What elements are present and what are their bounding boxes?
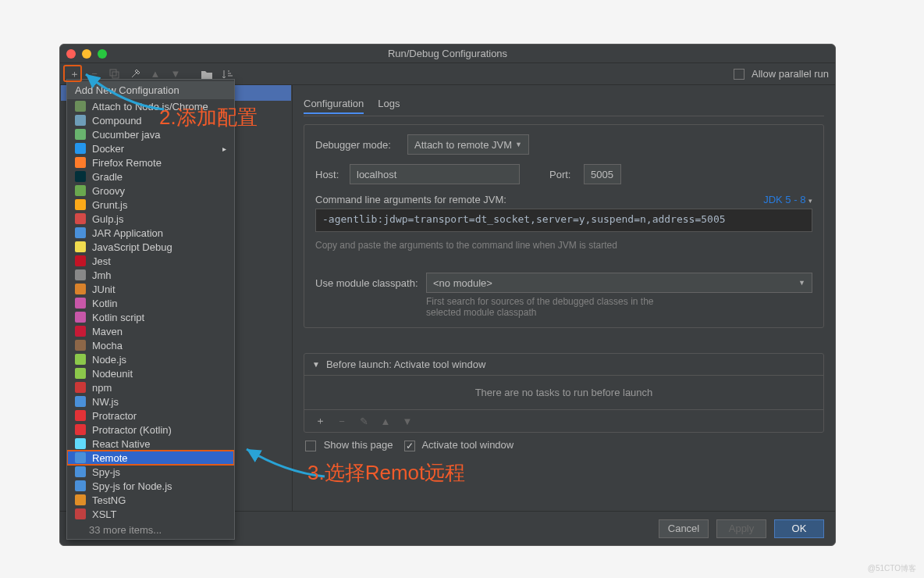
config-type-icon bbox=[75, 129, 86, 140]
popup-item-label: Protractor (Kotlin) bbox=[92, 424, 172, 436]
popup-title: Add New Configuration bbox=[67, 81, 234, 99]
args-textarea[interactable]: -agentlib:jdwp=transport=dt_socket,serve… bbox=[315, 209, 812, 232]
popup-item-label: React Native bbox=[92, 438, 150, 450]
popup-item-label: Attach to Node.js/Chrome bbox=[92, 101, 208, 112]
popup-item-gradle[interactable]: Gradle bbox=[67, 169, 234, 184]
popup-item-label: Spy-js bbox=[92, 466, 120, 478]
bl-remove-button[interactable]: − bbox=[334, 413, 350, 429]
popup-item-kotlin[interactable]: Kotlin bbox=[67, 296, 234, 310]
bl-edit-button[interactable]: ✎ bbox=[356, 413, 371, 429]
popup-list: Attach to Node.js/ChromeCompoundCucumber… bbox=[67, 99, 234, 521]
close-dot[interactable] bbox=[66, 49, 76, 59]
cancel-button[interactable]: Cancel bbox=[659, 519, 709, 538]
config-type-icon bbox=[75, 312, 86, 323]
activate-checkbox[interactable] bbox=[404, 441, 415, 451]
popup-more[interactable]: 33 more items... bbox=[67, 521, 234, 539]
tab-logs[interactable]: Logs bbox=[378, 95, 400, 114]
debugger-mode-label: Debugger mode: bbox=[315, 139, 400, 151]
popup-item-label: Kotlin script bbox=[92, 312, 144, 323]
popup-item-jmh[interactable]: Jmh bbox=[67, 268, 234, 282]
popup-item-gulp-js[interactable]: Gulp.js bbox=[67, 212, 234, 226]
popup-item-kotlin-script[interactable]: Kotlin script bbox=[67, 310, 234, 324]
config-type-icon bbox=[75, 227, 86, 238]
popup-item-grunt-js[interactable]: Grunt.js bbox=[67, 198, 234, 212]
config-type-icon bbox=[75, 396, 86, 407]
zoom-dot[interactable] bbox=[98, 49, 107, 59]
minimize-dot[interactable] bbox=[82, 49, 91, 59]
config-type-icon bbox=[75, 438, 86, 449]
config-type-icon bbox=[75, 171, 86, 182]
popup-item-testng[interactable]: TestNG bbox=[67, 493, 234, 507]
popup-item-javascript-debug[interactable]: JavaScript Debug bbox=[67, 240, 234, 254]
popup-item-cucumber-java[interactable]: Cucumber java bbox=[67, 127, 234, 141]
watermark: @51CTO博客 bbox=[868, 563, 916, 574]
bl-up-button[interactable]: ▲ bbox=[378, 413, 393, 429]
jdk-version-link[interactable]: JDK 5 - 8 ▾ bbox=[763, 194, 812, 205]
popup-item-label: Groovy bbox=[92, 185, 125, 197]
config-type-icon bbox=[75, 466, 86, 477]
collapse-icon[interactable]: ▼ bbox=[312, 360, 320, 369]
popup-item-spy-js-for-node-js[interactable]: Spy-js for Node.js bbox=[67, 479, 234, 493]
add-new-config-popup: Add New Configuration Attach to Node.js/… bbox=[66, 79, 235, 540]
popup-item-protractor-kotlin-[interactable]: Protractor (Kotlin) bbox=[67, 423, 234, 437]
popup-item-label: JavaScript Debug bbox=[92, 241, 172, 253]
apply-button[interactable]: Apply bbox=[716, 519, 766, 538]
bl-add-button[interactable]: ＋ bbox=[312, 413, 328, 429]
popup-item-mocha[interactable]: Mocha bbox=[67, 338, 234, 352]
before-launch-panel: ▼ Before launch: Activate tool window Th… bbox=[304, 353, 824, 433]
config-section: Debugger mode: Attach to remote JVM ▼ Ho… bbox=[304, 124, 824, 328]
popup-item-spy-js[interactable]: Spy-js bbox=[67, 465, 234, 479]
popup-item-react-native[interactable]: React Native bbox=[67, 437, 234, 451]
popup-item-label: Kotlin bbox=[92, 298, 118, 309]
popup-item-firefox-remote[interactable]: Firefox Remote bbox=[67, 155, 234, 169]
popup-item-groovy[interactable]: Groovy bbox=[67, 184, 234, 198]
chevron-down-icon: ▾ bbox=[808, 197, 812, 205]
popup-item-label: JAR Application bbox=[92, 227, 163, 239]
popup-item-jar-application[interactable]: JAR Application bbox=[67, 226, 234, 240]
config-type-icon bbox=[75, 269, 86, 280]
module-select[interactable]: <no module> ▼ bbox=[426, 273, 812, 293]
config-type-icon bbox=[75, 508, 86, 519]
config-type-icon bbox=[75, 213, 86, 224]
tab-configuration[interactable]: Configuration bbox=[304, 95, 364, 114]
popup-item-node-js[interactable]: Node.js bbox=[67, 352, 234, 366]
show-this-page-option[interactable]: Show this page bbox=[305, 439, 393, 451]
args-hint: Copy and paste the arguments to the comm… bbox=[315, 240, 812, 251]
config-type-icon bbox=[75, 452, 86, 463]
popup-item-npm[interactable]: npm bbox=[67, 380, 234, 394]
popup-item-label: Mocha bbox=[92, 340, 123, 351]
module-hint: First search for sources of the debugged… bbox=[426, 296, 676, 318]
popup-item-junit[interactable]: JUnit bbox=[67, 282, 234, 296]
host-input[interactable] bbox=[350, 164, 520, 184]
popup-item-label: Protractor bbox=[92, 410, 137, 422]
config-type-icon bbox=[75, 284, 86, 294]
popup-item-jest[interactable]: Jest bbox=[67, 254, 234, 268]
show-page-checkbox[interactable] bbox=[305, 441, 316, 451]
popup-item-compound[interactable]: Compound bbox=[67, 113, 234, 127]
before-launch-label: Before launch: Activate tool window bbox=[326, 359, 486, 370]
popup-item-remote[interactable]: Remote bbox=[67, 451, 234, 465]
config-type-icon bbox=[75, 340, 86, 351]
config-type-icon bbox=[75, 157, 86, 168]
config-type-icon bbox=[75, 255, 86, 266]
popup-item-label: Compound bbox=[92, 115, 142, 127]
ok-button[interactable]: OK bbox=[774, 519, 824, 538]
popup-item-protractor[interactable]: Protractor bbox=[67, 409, 234, 423]
config-type-icon bbox=[75, 199, 86, 210]
bl-down-button[interactable]: ▼ bbox=[400, 413, 415, 429]
popup-item-nw-js[interactable]: NW.js bbox=[67, 394, 234, 409]
popup-item-xslt[interactable]: XSLT bbox=[67, 507, 234, 521]
debugger-mode-select[interactable]: Attach to remote JVM ▼ bbox=[407, 134, 529, 155]
popup-item-nodeunit[interactable]: Nodeunit bbox=[67, 366, 234, 380]
host-label: Host: bbox=[315, 169, 342, 180]
activate-tool-window-option[interactable]: Activate tool window bbox=[404, 439, 514, 451]
run-debug-dialog: Run/Debug Configurations ＋ − ▲ ▼ Allow p… bbox=[59, 44, 836, 546]
allow-parallel-run[interactable]: Allow parallel run bbox=[734, 68, 829, 80]
svg-rect-0 bbox=[110, 70, 116, 76]
popup-item-attach-to-node-js-chrome[interactable]: Attach to Node.js/Chrome bbox=[67, 99, 234, 113]
popup-item-maven[interactable]: Maven bbox=[67, 324, 234, 338]
allow-parallel-checkbox[interactable] bbox=[734, 69, 745, 80]
port-input[interactable] bbox=[584, 164, 621, 184]
popup-item-docker[interactable]: Docker▸ bbox=[67, 141, 234, 155]
popup-item-label: Cucumber java bbox=[92, 129, 160, 141]
